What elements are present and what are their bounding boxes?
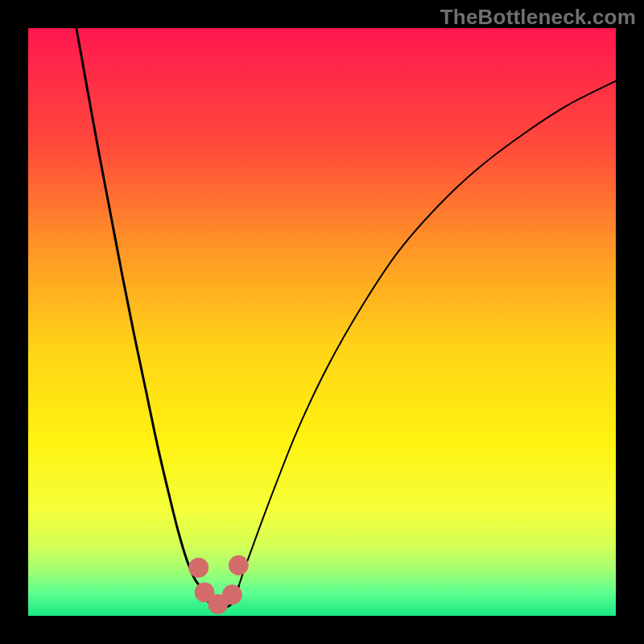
- trough-marker-3: [222, 584, 242, 605]
- gradient-background: [28, 28, 616, 616]
- chart-svg: [28, 28, 616, 616]
- trough-marker-4: [229, 555, 249, 576]
- chart-frame: TheBottleneck.com: [0, 0, 644, 644]
- watermark-label: TheBottleneck.com: [440, 5, 636, 30]
- plot-area: [28, 28, 616, 616]
- trough-marker-0: [188, 558, 208, 578]
